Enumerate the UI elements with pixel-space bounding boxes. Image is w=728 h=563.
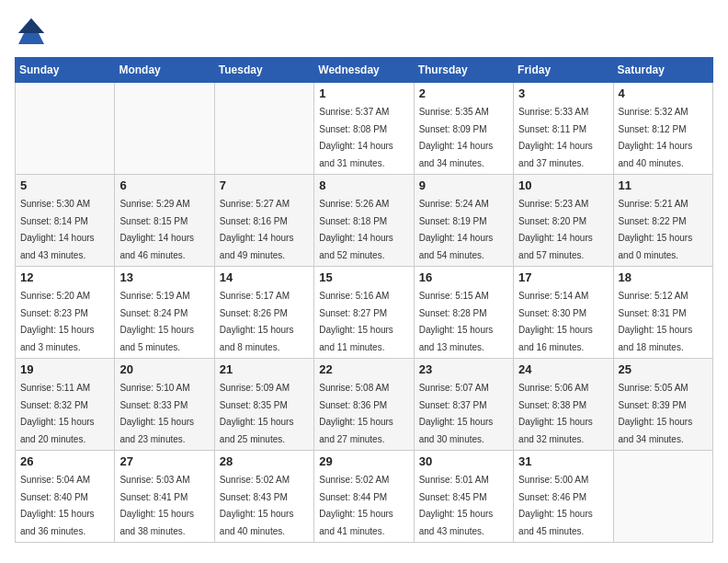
calendar-cell: 28 Sunrise: 5:02 AMSunset: 8:43 PMDaylig… <box>214 451 313 543</box>
day-number: 3 <box>518 86 608 100</box>
cell-info: Sunrise: 5:15 AMSunset: 8:28 PMDaylight:… <box>419 291 494 352</box>
day-number: 31 <box>518 454 608 468</box>
calendar-cell: 29 Sunrise: 5:02 AMSunset: 8:44 PMDaylig… <box>314 451 414 543</box>
day-number: 19 <box>20 362 109 376</box>
cell-info: Sunrise: 5:03 AMSunset: 8:41 PMDaylight:… <box>119 475 194 536</box>
weekday-header-sunday: Sunday <box>16 58 115 83</box>
day-number: 26 <box>20 454 109 468</box>
calendar-cell: 23 Sunrise: 5:07 AMSunset: 8:37 PMDaylig… <box>414 359 513 451</box>
cell-info: Sunrise: 5:11 AMSunset: 8:32 PMDaylight:… <box>20 383 95 444</box>
week-row-1: 1 Sunrise: 5:37 AMSunset: 8:08 PMDayligh… <box>16 83 713 175</box>
day-number: 17 <box>518 270 608 284</box>
calendar-cell: 18 Sunrise: 5:12 AMSunset: 8:31 PMDaylig… <box>613 267 712 359</box>
cell-info: Sunrise: 5:37 AMSunset: 8:08 PMDaylight:… <box>319 107 393 168</box>
calendar-cell <box>613 451 712 543</box>
calendar-cell <box>214 83 313 175</box>
calendar-cell: 4 Sunrise: 5:32 AMSunset: 8:12 PMDayligh… <box>613 83 712 175</box>
cell-info: Sunrise: 5:17 AMSunset: 8:26 PMDaylight:… <box>220 291 294 352</box>
cell-info: Sunrise: 5:04 AMSunset: 8:40 PMDaylight:… <box>20 475 95 536</box>
calendar-cell: 27 Sunrise: 5:03 AMSunset: 8:41 PMDaylig… <box>115 451 214 543</box>
header <box>15 15 713 48</box>
cell-info: Sunrise: 5:21 AMSunset: 8:22 PMDaylight:… <box>619 199 693 260</box>
week-row-3: 12 Sunrise: 5:20 AMSunset: 8:23 PMDaylig… <box>16 267 713 359</box>
cell-info: Sunrise: 5:10 AMSunset: 8:33 PMDaylight:… <box>119 383 194 444</box>
cell-info: Sunrise: 5:33 AMSunset: 8:11 PMDaylight:… <box>518 107 593 168</box>
day-number: 7 <box>220 178 309 192</box>
calendar-table: SundayMondayTuesdayWednesdayThursdayFrid… <box>15 57 713 543</box>
cell-info: Sunrise: 5:35 AMSunset: 8:09 PMDaylight:… <box>419 107 494 168</box>
cell-info: Sunrise: 5:00 AMSunset: 8:46 PMDaylight:… <box>518 475 593 536</box>
calendar-cell: 25 Sunrise: 5:05 AMSunset: 8:39 PMDaylig… <box>613 359 712 451</box>
calendar-cell: 19 Sunrise: 5:11 AMSunset: 8:32 PMDaylig… <box>16 359 115 451</box>
calendar-cell: 5 Sunrise: 5:30 AMSunset: 8:14 PMDayligh… <box>16 175 115 267</box>
calendar-cell: 21 Sunrise: 5:09 AMSunset: 8:35 PMDaylig… <box>214 359 313 451</box>
week-row-5: 26 Sunrise: 5:04 AMSunset: 8:40 PMDaylig… <box>16 451 713 543</box>
calendar-cell: 24 Sunrise: 5:06 AMSunset: 8:38 PMDaylig… <box>514 359 613 451</box>
day-number: 1 <box>319 86 408 100</box>
day-number: 12 <box>20 270 109 284</box>
calendar-cell: 9 Sunrise: 5:24 AMSunset: 8:19 PMDayligh… <box>414 175 513 267</box>
calendar-cell: 2 Sunrise: 5:35 AMSunset: 8:09 PMDayligh… <box>414 83 513 175</box>
day-number: 16 <box>419 270 508 284</box>
weekday-header-wednesday: Wednesday <box>314 58 414 83</box>
weekday-header-saturday: Saturday <box>613 58 712 83</box>
calendar-cell: 17 Sunrise: 5:14 AMSunset: 8:30 PMDaylig… <box>514 267 613 359</box>
calendar-cell: 16 Sunrise: 5:15 AMSunset: 8:28 PMDaylig… <box>414 267 513 359</box>
calendar-cell: 12 Sunrise: 5:20 AMSunset: 8:23 PMDaylig… <box>16 267 115 359</box>
calendar-cell: 8 Sunrise: 5:26 AMSunset: 8:18 PMDayligh… <box>314 175 414 267</box>
day-number: 6 <box>119 178 209 192</box>
day-number: 11 <box>619 178 708 192</box>
cell-info: Sunrise: 5:29 AMSunset: 8:15 PMDaylight:… <box>119 199 194 260</box>
day-number: 24 <box>518 362 608 376</box>
calendar-cell: 3 Sunrise: 5:33 AMSunset: 8:11 PMDayligh… <box>514 83 613 175</box>
day-number: 21 <box>220 362 309 376</box>
day-number: 4 <box>619 86 708 100</box>
day-number: 29 <box>319 454 408 468</box>
cell-info: Sunrise: 5:14 AMSunset: 8:30 PMDaylight:… <box>518 291 593 352</box>
day-number: 15 <box>319 270 408 284</box>
cell-info: Sunrise: 5:06 AMSunset: 8:38 PMDaylight:… <box>518 383 593 444</box>
cell-info: Sunrise: 5:05 AMSunset: 8:39 PMDaylight:… <box>619 383 693 444</box>
day-number: 2 <box>419 86 508 100</box>
logo <box>15 15 51 48</box>
cell-info: Sunrise: 5:02 AMSunset: 8:43 PMDaylight:… <box>220 475 294 536</box>
cell-info: Sunrise: 5:32 AMSunset: 8:12 PMDaylight:… <box>619 107 693 168</box>
calendar-cell: 6 Sunrise: 5:29 AMSunset: 8:15 PMDayligh… <box>115 175 214 267</box>
cell-info: Sunrise: 5:16 AMSunset: 8:27 PMDaylight:… <box>319 291 393 352</box>
weekday-header-monday: Monday <box>115 58 214 83</box>
day-number: 5 <box>20 178 109 192</box>
weekday-header-friday: Friday <box>514 58 613 83</box>
cell-info: Sunrise: 5:30 AMSunset: 8:14 PMDaylight:… <box>20 199 95 260</box>
cell-info: Sunrise: 5:19 AMSunset: 8:24 PMDaylight:… <box>119 291 194 352</box>
day-number: 30 <box>419 454 508 468</box>
cell-info: Sunrise: 5:27 AMSunset: 8:16 PMDaylight:… <box>220 199 294 260</box>
cell-info: Sunrise: 5:23 AMSunset: 8:20 PMDaylight:… <box>518 199 593 260</box>
weekday-header-row: SundayMondayTuesdayWednesdayThursdayFrid… <box>16 58 713 83</box>
cell-info: Sunrise: 5:08 AMSunset: 8:36 PMDaylight:… <box>319 383 393 444</box>
calendar-cell: 31 Sunrise: 5:00 AMSunset: 8:46 PMDaylig… <box>514 451 613 543</box>
cell-info: Sunrise: 5:12 AMSunset: 8:31 PMDaylight:… <box>619 291 693 352</box>
cell-info: Sunrise: 5:24 AMSunset: 8:19 PMDaylight:… <box>419 199 494 260</box>
calendar-cell: 1 Sunrise: 5:37 AMSunset: 8:08 PMDayligh… <box>314 83 414 175</box>
day-number: 28 <box>220 454 309 468</box>
calendar-cell: 22 Sunrise: 5:08 AMSunset: 8:36 PMDaylig… <box>314 359 414 451</box>
weekday-header-thursday: Thursday <box>414 58 513 83</box>
cell-info: Sunrise: 5:20 AMSunset: 8:23 PMDaylight:… <box>20 291 95 352</box>
day-number: 27 <box>119 454 209 468</box>
day-number: 8 <box>319 178 408 192</box>
calendar-cell: 30 Sunrise: 5:01 AMSunset: 8:45 PMDaylig… <box>414 451 513 543</box>
calendar-cell: 11 Sunrise: 5:21 AMSunset: 8:22 PMDaylig… <box>613 175 712 267</box>
logo-icon <box>15 15 48 48</box>
cell-info: Sunrise: 5:09 AMSunset: 8:35 PMDaylight:… <box>220 383 294 444</box>
day-number: 25 <box>619 362 708 376</box>
calendar-cell <box>16 83 115 175</box>
calendar-cell <box>115 83 214 175</box>
calendar-cell: 13 Sunrise: 5:19 AMSunset: 8:24 PMDaylig… <box>115 267 214 359</box>
day-number: 9 <box>419 178 508 192</box>
weekday-header-tuesday: Tuesday <box>214 58 313 83</box>
cell-info: Sunrise: 5:02 AMSunset: 8:44 PMDaylight:… <box>319 475 393 536</box>
calendar-cell: 7 Sunrise: 5:27 AMSunset: 8:16 PMDayligh… <box>214 175 313 267</box>
week-row-2: 5 Sunrise: 5:30 AMSunset: 8:14 PMDayligh… <box>16 175 713 267</box>
week-row-4: 19 Sunrise: 5:11 AMSunset: 8:32 PMDaylig… <box>16 359 713 451</box>
calendar-cell: 26 Sunrise: 5:04 AMSunset: 8:40 PMDaylig… <box>16 451 115 543</box>
